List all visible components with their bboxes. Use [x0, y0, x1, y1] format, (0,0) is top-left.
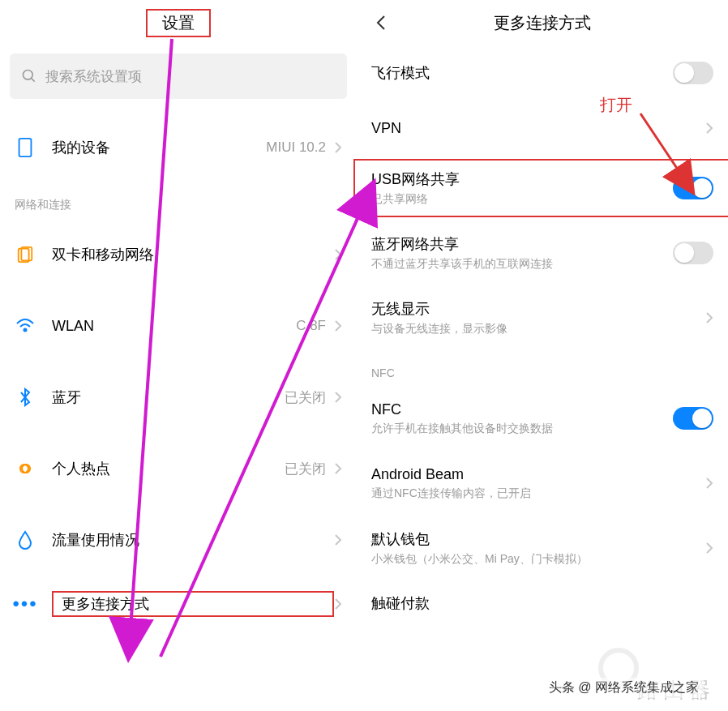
row-label: VPN	[371, 120, 705, 137]
row-label: 更多连接方式	[52, 591, 334, 617]
search-icon	[21, 68, 37, 84]
row-sublabel: 不通过蓝牙共享该手机的互联网连接	[371, 257, 673, 272]
bluetooth-icon	[15, 387, 36, 408]
row-more-connections[interactable]: ••• 更多连接方式	[0, 576, 357, 632]
row-sublabel: 通过NFC连接传输内容，已开启	[371, 486, 705, 501]
row-wireless-display[interactable]: 无线显示 与设备无线连接，显示影像	[357, 285, 728, 350]
row-bluetooth[interactable]: 蓝牙 已关闭	[0, 362, 357, 433]
wifi-icon	[15, 315, 36, 336]
page-title: 更多连接方式	[494, 12, 591, 34]
phone-icon	[15, 137, 36, 158]
row-sublabel: 与设备无线连接，显示影像	[371, 322, 705, 336]
row-label: USB网络共享	[371, 169, 673, 189]
row-value: C 8F	[296, 318, 326, 334]
credit-text: 头条 @ 网络系统集成之家	[544, 678, 704, 698]
row-bt-tether[interactable]: 蓝牙网络共享 不通过蓝牙共享该手机的互联网连接	[357, 221, 728, 285]
row-android-beam[interactable]: Android Beam 通过NFC连接传输内容，已开启	[357, 451, 728, 516]
search-input[interactable]: 搜索系统设置项	[10, 54, 347, 99]
row-label: 默认钱包	[371, 529, 705, 549]
bt-tether-toggle[interactable]	[673, 242, 713, 264]
back-button[interactable]	[368, 10, 394, 36]
airplane-toggle[interactable]	[673, 62, 713, 84]
row-data-usage[interactable]: 流量使用情况	[0, 504, 357, 576]
chevron-right-icon	[334, 391, 342, 404]
row-sublabel: 小米钱包（小米公交、Mi Pay、门卡模拟）	[371, 552, 705, 567]
chevron-right-icon	[334, 141, 342, 154]
chevron-right-icon	[334, 248, 342, 261]
chevron-left-icon	[376, 15, 386, 31]
page-title: 设置	[146, 9, 211, 37]
sim-icon	[15, 244, 36, 265]
row-value: 已关闭	[285, 460, 326, 478]
chevron-right-icon	[705, 477, 713, 490]
chevron-right-icon	[705, 122, 713, 135]
settings-header: 设置	[0, 0, 357, 45]
row-label: 触碰付款	[371, 593, 713, 613]
chevron-right-icon	[705, 311, 713, 324]
link-icon	[15, 458, 36, 479]
section-nfc: NFC	[357, 350, 728, 386]
chevron-right-icon	[705, 542, 713, 555]
row-label: NFC	[371, 401, 673, 418]
row-label: 无线显示	[371, 299, 705, 319]
row-vpn[interactable]: VPN	[357, 101, 728, 156]
section-network: 网络和连接	[0, 183, 357, 219]
row-label: 双卡和移动网络	[52, 245, 334, 264]
more-icon: •••	[15, 593, 36, 615]
usb-tether-toggle[interactable]	[673, 177, 713, 199]
row-touch-pay[interactable]: 触碰付款	[357, 580, 728, 626]
row-my-device[interactable]: 我的设备 MIUI 10.2	[0, 112, 357, 183]
chevron-right-icon	[334, 533, 342, 546]
row-label: Android Beam	[371, 466, 705, 483]
search-placeholder: 搜索系统设置项	[45, 67, 142, 86]
row-nfc[interactable]: NFC 允许手机在接触其他设备时交换数据	[357, 386, 728, 451]
row-value: 已关闭	[285, 388, 326, 407]
droplet-icon	[15, 529, 36, 550]
chevron-right-icon	[334, 597, 342, 610]
row-airplane[interactable]: 飞行模式	[357, 45, 728, 101]
row-hotspot[interactable]: 个人热点 已关闭	[0, 433, 357, 504]
row-label: WLAN	[52, 318, 296, 335]
nfc-toggle[interactable]	[673, 407, 713, 430]
svg-point-5	[24, 329, 27, 332]
row-label: 蓝牙网络共享	[371, 234, 673, 254]
svg-point-0	[24, 71, 33, 80]
row-wlan[interactable]: WLAN C 8F	[0, 290, 357, 362]
row-default-wallet[interactable]: 默认钱包 小米钱包（小米公交、Mi Pay、门卡模拟）	[357, 516, 728, 580]
row-sublabel: 允许手机在接触其他设备时交换数据	[371, 422, 673, 436]
annotation-open-label: 打开	[600, 94, 632, 116]
row-label: 我的设备	[52, 138, 266, 157]
row-value: MIUI 10.2	[266, 139, 326, 156]
row-sim[interactable]: 双卡和移动网络	[0, 219, 357, 290]
svg-rect-2	[19, 139, 32, 156]
more-connections-header: 更多连接方式	[357, 0, 728, 45]
row-label: 飞行模式	[371, 63, 673, 83]
row-usb-tether[interactable]: USB网络共享 已共享网络	[357, 156, 728, 221]
row-label: 流量使用情况	[52, 530, 334, 550]
chevron-right-icon	[334, 462, 342, 475]
row-label: 蓝牙	[52, 388, 285, 407]
row-label: 个人热点	[52, 459, 285, 478]
svg-line-1	[32, 79, 35, 82]
row-sublabel: 已共享网络	[371, 192, 673, 207]
chevron-right-icon	[334, 319, 342, 332]
